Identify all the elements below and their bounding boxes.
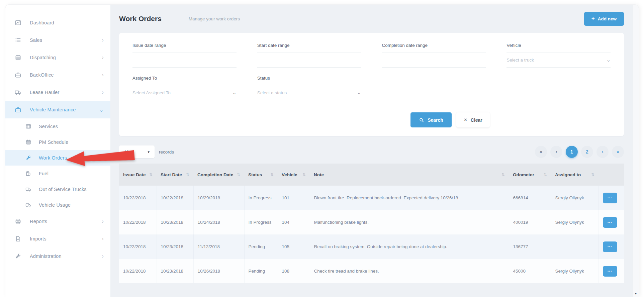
row-actions-button[interactable]: •••	[603, 193, 617, 203]
sidebar-item-dashboard[interactable]: Dashboard	[5, 14, 110, 31]
filters-panel: Issue date range Start date range Comple…	[119, 33, 624, 136]
column-header-issue-date[interactable]: Issue Date⇅	[119, 164, 157, 186]
sort-icon[interactable]: ⇅	[544, 172, 547, 177]
sidebar-item-vehicle-maintenance[interactable]: Vehicle Maintenance ⌄	[5, 101, 110, 118]
cell-assigned-to: Sergiy Oliynyk	[551, 186, 599, 210]
assigned-to-select[interactable]: Select Assigned To ⌄	[132, 85, 237, 100]
pagination-page-1-button[interactable]: 1	[566, 146, 578, 158]
completion-date-range-input[interactable]	[382, 52, 486, 68]
sort-icon[interactable]: ⇅	[270, 172, 274, 177]
sort-icon[interactable]: ⇅	[237, 172, 240, 177]
title-divider	[175, 11, 175, 26]
sidebar-item-work-orders[interactable]: Work Orders	[5, 150, 110, 166]
sidebar-item-lease-hauler[interactable]: Lease Hauler ›	[5, 84, 110, 101]
pagination-next-button[interactable]: ›	[596, 146, 609, 158]
records-per-page-select[interactable]: 10 ▾	[119, 145, 155, 158]
column-header-start-date[interactable]: Start Date⇅	[157, 164, 193, 186]
sort-icon[interactable]: ⇅	[149, 172, 153, 177]
pagination-first-button[interactable]: «	[535, 146, 547, 158]
column-header-completion-date[interactable]: Completion Date⇅	[193, 164, 244, 186]
chevron-right-icon: ›	[102, 37, 104, 43]
sidebar-item-imports[interactable]: Imports ›	[5, 230, 110, 248]
sort-icon[interactable]: ⇅	[501, 172, 505, 177]
vehicle-select[interactable]: Select a truck ⌄	[507, 52, 611, 68]
pagination-prev-button[interactable]: ‹	[550, 146, 562, 158]
chevron-down-icon: ▾	[148, 150, 150, 154]
ellipsis-icon: •••	[608, 245, 612, 249]
pagination-last-button[interactable]: »	[612, 146, 624, 158]
cell-note: Malfunctioning brake lights.	[310, 210, 509, 234]
chevron-right-icon: ›	[102, 89, 104, 95]
cell-completion-date: 10/24/2018	[193, 210, 244, 234]
column-header-assigned-to[interactable]: Assigned to⇅	[551, 164, 599, 186]
sidebar-item-backoffice[interactable]: BackOffice ›	[5, 66, 110, 84]
column-header-vehicle[interactable]: Vehicle⇅	[278, 164, 310, 186]
cell-assigned-to: Sergiy Oliynyk	[551, 210, 599, 234]
sidebar-item-pm-schedule[interactable]: PM Schedule	[5, 134, 110, 150]
sidebar-item-label: BackOffice	[30, 72, 54, 78]
vertical-scrollbar[interactable]: ▾	[633, 5, 639, 297]
column-label: Note	[314, 172, 324, 177]
status-select[interactable]: Select a status ⌄	[257, 85, 361, 100]
search-icon	[419, 117, 424, 123]
sidebar-item-label: Imports	[30, 236, 47, 241]
sidebar-item-label: Work Orders	[39, 155, 67, 161]
filter-label: Issue date range	[132, 43, 237, 48]
table-grid-icon	[25, 123, 31, 129]
column-header-note[interactable]: Note⇅	[310, 164, 509, 186]
records-label: records	[159, 150, 174, 155]
column-header-odometer[interactable]: Odometer⇅	[509, 164, 551, 186]
cell-issue-date: 10/22/2018	[119, 186, 157, 210]
start-date-range-input[interactable]	[257, 52, 361, 68]
sidebar-item-label: Vehicle Maintenance	[30, 107, 76, 112]
records-per-page-value: 10	[124, 150, 129, 155]
sidebar-item-administration[interactable]: Administration ›	[5, 248, 110, 265]
clear-button[interactable]: ✕ Clear	[456, 112, 490, 127]
row-actions-button[interactable]: •••	[603, 266, 617, 277]
scroll-down-arrow-icon: ▾	[633, 292, 639, 295]
table-row: 10/22/2018 10/23/2018 11/12/2018 Pending…	[119, 234, 624, 259]
sidebar-item-fuel[interactable]: Fuel	[5, 166, 110, 181]
sidebar-item-reports[interactable]: Reports ›	[5, 213, 110, 230]
row-actions-button[interactable]: •••	[603, 217, 617, 228]
pagination-page-2-button[interactable]: 2	[581, 146, 593, 158]
sidebar-item-label: Administration	[30, 254, 62, 259]
search-button[interactable]: Search	[410, 112, 452, 127]
column-label: Issue Date	[123, 172, 146, 177]
cell-vehicle: 108	[278, 259, 310, 283]
row-actions-button[interactable]: •••	[603, 241, 617, 252]
sidebar-item-services[interactable]: Services	[5, 118, 110, 134]
sidebar-item-sales[interactable]: Sales ›	[5, 31, 110, 49]
ellipsis-icon: •••	[608, 196, 612, 200]
sidebar-item-out-of-service-trucks[interactable]: Out of Service Trucks	[5, 181, 110, 197]
filter-label: Vehicle	[507, 43, 611, 48]
sort-icon[interactable]: ⇅	[186, 172, 189, 177]
calendar-icon	[25, 139, 31, 145]
chevron-right-icon: ›	[602, 149, 604, 155]
filter-label: Completion date range	[382, 43, 486, 48]
issue-date-range-input[interactable]	[132, 52, 237, 68]
dashboard-chart-icon	[15, 19, 21, 26]
close-icon: ✕	[464, 117, 467, 122]
table-toolbar: 10 ▾ records « ‹ 1 2 › »	[119, 145, 624, 158]
sidebar-item-vehicle-usage[interactable]: Vehicle Usage	[5, 197, 110, 213]
chevron-right-icon: ›	[102, 218, 104, 224]
cell-vehicle: 104	[278, 210, 310, 234]
sidebar-item-label: Dashboard	[30, 20, 54, 25]
sort-icon[interactable]: ⇅	[591, 172, 594, 177]
ellipsis-icon: •••	[608, 270, 612, 273]
add-new-button[interactable]: + Add new	[584, 12, 624, 26]
cell-note: Blown front tire. Replacement back-order…	[310, 186, 509, 210]
sort-icon[interactable]: ⇅	[302, 172, 306, 177]
sidebar-item-label: Services	[39, 124, 58, 129]
filter-label: Status	[257, 76, 361, 81]
chevron-right-icon: ›	[102, 253, 104, 259]
column-header-status[interactable]: Status⇅	[244, 164, 278, 186]
page-title: Work Orders	[119, 15, 162, 23]
truck-icon	[25, 202, 31, 208]
page-subtitle: Manage your work orders	[189, 16, 240, 21]
chevron-right-icon: ›	[102, 236, 104, 242]
sidebar-item-dispatching[interactable]: Dispatching ›	[5, 49, 110, 66]
add-new-label: Add new	[598, 16, 617, 21]
filter-issue-date-range: Issue date range	[132, 43, 237, 68]
